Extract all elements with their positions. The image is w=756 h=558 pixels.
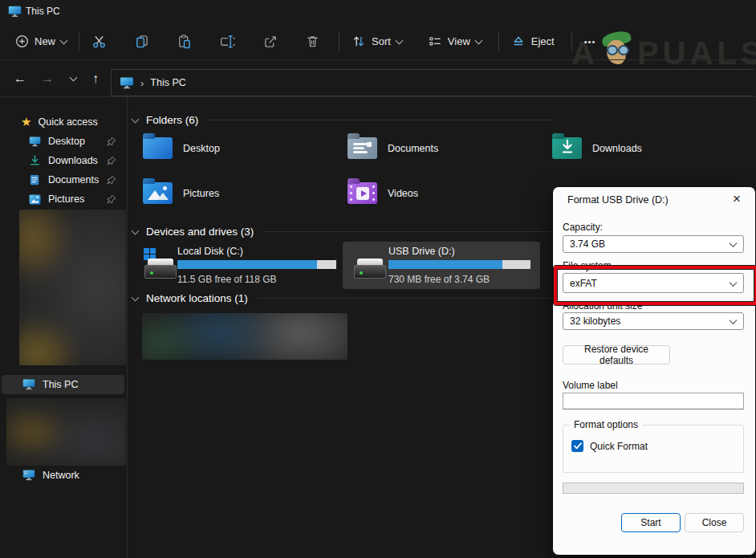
pin-icon[interactable] [106,175,116,185]
volume-label-label: Volume label [563,380,618,391]
new-button[interactable]: New [8,30,74,53]
address-bar[interactable]: › This PC [111,69,754,96]
cut-icon [91,34,107,49]
folder-tile-videos[interactable]: Videos [348,182,418,204]
eject-button[interactable]: Eject [504,30,562,53]
folder-tile-documents[interactable]: Documents [348,137,438,159]
section-title: Devices and drives (3) [146,226,254,238]
section-rule [208,120,554,120]
back-button[interactable]: ← [8,60,32,96]
capacity-bar [388,260,530,269]
format-options-group: Format options Quick Format [563,425,744,473]
capacity-bar [177,260,336,269]
downloads-icon [29,155,41,166]
restore-defaults-label: Restore device defaults [568,344,665,366]
trash-icon [305,34,320,49]
more-options-button[interactable]: ••• [577,32,604,51]
pin-icon[interactable] [106,136,116,147]
format-options-label: Format options [570,419,642,430]
desktop-folder-icon [143,137,173,159]
sidebar-item-desktop[interactable]: Desktop [2,132,124,151]
chevron-down-icon [69,73,77,81]
plus-circle-icon [15,35,29,48]
collapse-chevron-icon [132,293,140,301]
downloads-folder-icon [552,137,582,159]
rename-button[interactable] [212,29,242,54]
drive-name: Local Disk (C:) [177,246,243,257]
breadcrumb[interactable]: This PC [150,77,185,88]
dialog-title: Format USB Drive (D:) [567,194,669,206]
section-title: Network locations (1) [146,292,248,304]
volume-label-input[interactable] [563,393,744,409]
window-title: This PC [26,6,60,17]
videos-folder-icon [348,182,377,204]
breadcrumb-chevron-icon: › [140,77,144,89]
sidebar-item-this-pc[interactable]: This PC [2,375,124,394]
forward-button[interactable]: → [35,60,59,96]
sort-icon [352,35,366,48]
sort-button[interactable]: Sort [344,30,409,53]
copy-button[interactable] [127,29,156,54]
section-header-network-locations[interactable]: Network locations (1) [132,292,554,304]
folder-tile-pictures[interactable]: Pictures [143,182,219,204]
view-button[interactable]: View [421,30,489,53]
quick-format-checkbox[interactable] [571,440,583,452]
section-title: Folders (6) [146,114,198,126]
section-rule [263,231,554,232]
file-explorer-window: A PUALS This PC New [0,0,756,558]
allocation-label: Allocation unit size [563,300,642,312]
capacity-bar-fill [388,260,502,269]
navigation-row: ← → ↑ › This PC [0,60,756,96]
dialog-close-button[interactable]: × [727,189,746,209]
collapse-chevron-icon [132,226,140,234]
eject-icon [511,35,526,48]
close-button[interactable]: Close [685,513,744,532]
sidebar-item-label: Quick access [38,116,97,128]
capacity-label: Capacity: [563,222,603,233]
drive-tile-usb-drive-d[interactable]: USB Drive (D:) 730 MB free of 3.74 GB [343,242,540,289]
recent-locations-button[interactable] [61,60,85,96]
network-icon [22,470,35,481]
up-arrow-icon: ↑ [92,71,99,86]
capacity-bar-fill [177,260,317,269]
allocation-dropdown[interactable]: 32 kilobytes [563,312,744,330]
section-header-folders[interactable]: Folders (6) [132,114,554,126]
pin-icon[interactable] [106,156,116,166]
chevron-down-icon [730,239,738,247]
delete-button[interactable] [298,29,327,54]
redacted-network-location-tile[interactable] [142,313,348,360]
start-button[interactable]: Start [621,513,681,532]
share-button[interactable] [255,29,285,54]
sidebar-item-network[interactable]: Network [2,466,124,485]
folder-tile-downloads[interactable]: Downloads [552,137,642,159]
sidebar-item-downloads[interactable]: Downloads [2,151,124,170]
folder-label: Documents [388,143,438,154]
pin-icon[interactable] [106,194,116,205]
back-arrow-icon: ← [14,71,26,86]
folder-tile-desktop[interactable]: Desktop [143,137,220,159]
sidebar-item-label: Downloads [48,155,98,166]
drive-tile-local-disk-c[interactable]: Local Disk (C:) 11.5 GB free of 118 GB [135,243,337,288]
restore-defaults-button[interactable]: Restore device defaults [563,345,670,365]
filesystem-dropdown[interactable]: exFAT [563,273,744,293]
folder-label: Downloads [592,143,642,154]
this-pc-icon [22,379,35,390]
capacity-dropdown[interactable]: 3.74 GB [563,235,744,253]
capacity-value: 3.74 GB [570,238,605,250]
sidebar-item-label: This PC [43,379,78,390]
cut-button[interactable] [84,29,114,54]
folder-label: Videos [388,188,418,199]
up-button[interactable]: ↑ [83,60,108,96]
section-header-devices[interactable]: Devices and drives (3) [132,226,554,238]
separator [339,32,339,51]
view-label: View [448,35,470,47]
sidebar-item-quick-access[interactable]: ★ Quick access [2,112,124,132]
sidebar-item-pictures[interactable]: Pictures [2,189,124,209]
paste-button[interactable] [169,29,199,54]
close-icon: × [733,191,741,207]
documents-icon [29,174,40,185]
check-icon [574,442,582,450]
chevron-down-icon [474,36,482,44]
sidebar-item-documents[interactable]: Documents [2,170,124,189]
redacted-sidebar-content [6,398,126,466]
